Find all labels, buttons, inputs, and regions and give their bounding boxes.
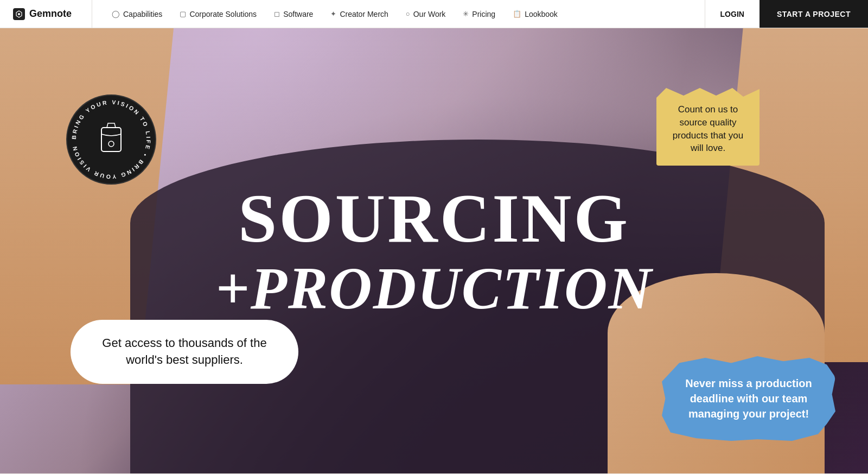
capabilities-icon: ◯ xyxy=(112,10,120,18)
logo[interactable]: Gemnote xyxy=(0,0,92,28)
login-button[interactable]: LOGIN xyxy=(705,0,760,28)
navbar: Gemnote ◯ Capabilities ▢ Corporate Solut… xyxy=(0,0,868,28)
nav-label-pricing: Pricing xyxy=(472,10,495,18)
software-icon: ◻ xyxy=(274,10,280,18)
svg-point-2 xyxy=(67,95,156,184)
logo-text: Gemnote xyxy=(29,8,72,20)
circular-badge: BRING YOUR VISION TO LIFE • BRING YOUR V… xyxy=(65,93,157,186)
nav-item-lookbook[interactable]: 📋 Lookbook xyxy=(504,0,566,28)
logo-icon xyxy=(13,8,25,20)
callout-white-pill: Get access to thousands of the world's b… xyxy=(71,320,298,384)
corporate-icon: ▢ xyxy=(180,10,186,18)
nav-label-software: Software xyxy=(283,10,313,18)
callout-white-text: Get access to thousands of the world's b… xyxy=(102,336,266,366)
nav-item-pricing[interactable]: ✳ Pricing xyxy=(454,0,504,28)
nav-label-corporate-solutions: Corporate Solutions xyxy=(189,10,257,18)
our-work-icon: ○ xyxy=(406,10,410,18)
sticky-yellow-text: Count on us to source quality products t… xyxy=(673,104,743,153)
svg-point-1 xyxy=(18,13,20,15)
pricing-icon: ✳ xyxy=(463,10,469,18)
headline-production: +PRODUCTION xyxy=(215,258,653,318)
nav-item-creator-merch[interactable]: ✦ Creator Merch xyxy=(322,0,397,28)
callout-blue-text: Never miss a production deadline with ou… xyxy=(685,377,812,420)
nav-links: ◯ Capabilities ▢ Corporate Solutions ◻ S… xyxy=(92,0,705,28)
nav-label-lookbook: Lookbook xyxy=(525,10,558,18)
nav-label-capabilities: Capabilities xyxy=(123,10,162,18)
nav-item-software[interactable]: ◻ Software xyxy=(265,0,322,28)
hero-headline: SOURCING +PRODUCTION xyxy=(215,184,653,318)
start-project-button[interactable]: START A PROJECT xyxy=(760,0,868,28)
nav-label-our-work: Our Work xyxy=(413,10,446,18)
nav-item-corporate-solutions[interactable]: ▢ Corporate Solutions xyxy=(171,0,265,28)
lookbook-icon: 📋 xyxy=(513,10,521,18)
sticky-note-yellow: Count on us to source quality products t… xyxy=(656,88,760,166)
callout-blue-cloud: Never miss a production deadline with ou… xyxy=(662,356,835,441)
creator-icon: ✦ xyxy=(330,10,336,18)
hero-section: BRING YOUR VISION TO LIFE • BRING YOUR V… xyxy=(0,28,868,473)
nav-item-our-work[interactable]: ○ Our Work xyxy=(397,0,455,28)
nav-label-creator-merch: Creator Merch xyxy=(340,10,388,18)
headline-sourcing: SOURCING xyxy=(215,184,653,253)
nav-item-capabilities[interactable]: ◯ Capabilities xyxy=(103,0,171,28)
nav-right-actions: LOGIN START A PROJECT xyxy=(705,0,868,28)
